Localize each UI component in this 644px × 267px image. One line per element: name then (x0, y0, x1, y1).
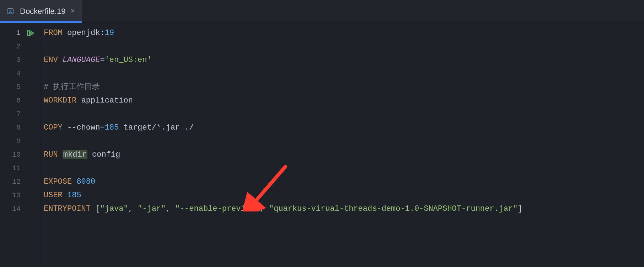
line-number-gutter: 1 2 3 4 5 6 7 8 9 10 11 12 13 14 (0, 23, 26, 267)
code-line[interactable] (40, 162, 644, 175)
code-line[interactable]: COPY --chown=185 target/*.jar ./ (40, 121, 644, 135)
line-number[interactable]: 9 (0, 135, 26, 148)
docker-file-icon: D (7, 7, 15, 15)
line-number[interactable]: 3 (0, 53, 26, 67)
line-number[interactable]: 13 (0, 189, 26, 202)
line-number[interactable]: 5 (0, 80, 26, 94)
line-number[interactable]: 6 (0, 94, 26, 108)
line-number[interactable]: 12 (0, 175, 26, 189)
line-number[interactable]: 10 (0, 148, 26, 162)
line-number[interactable]: 4 (0, 67, 26, 80)
code-line[interactable]: # 执行工作目录 (40, 80, 644, 94)
tab-dockerfile[interactable]: D Dockerfile.19 × (0, 0, 82, 22)
svg-rect-2 (11, 12, 12, 13)
code-line[interactable] (40, 135, 644, 148)
line-number[interactable]: 7 (0, 108, 26, 121)
svg-text:D: D (9, 13, 11, 15)
code-line[interactable]: FROM openjdk:19 (40, 26, 644, 40)
run-gutter (26, 23, 40, 267)
code-line[interactable]: ENV LANGUAGE='en_US:en' (40, 53, 644, 67)
code-area[interactable]: FROM openjdk:19 ENV LANGUAGE='en_US:en' … (40, 23, 644, 267)
code-line[interactable]: ENTRYPOINT ["java", "-jar", "--enable-pr… (40, 202, 644, 216)
svg-rect-3 (10, 10, 11, 11)
tab-filename: Dockerfile.19 (20, 7, 65, 16)
line-number[interactable]: 11 (0, 162, 26, 175)
code-line[interactable]: EXPOSE 8080 (40, 175, 644, 189)
line-number[interactable]: 8 (0, 121, 26, 135)
run-icon[interactable] (26, 29, 34, 37)
close-icon[interactable]: × (70, 8, 75, 15)
code-line[interactable] (40, 40, 644, 53)
line-number[interactable]: 1 (0, 26, 26, 40)
code-line[interactable] (40, 108, 644, 121)
tab-bar: D Dockerfile.19 × (0, 0, 644, 23)
code-line[interactable] (40, 67, 644, 80)
editor: 1 2 3 4 5 6 7 8 9 10 11 12 13 14 FROM o (0, 23, 644, 267)
line-number[interactable]: 2 (0, 40, 26, 53)
code-line[interactable]: USER 185 (40, 189, 644, 202)
code-line[interactable]: RUN mkdir config (40, 148, 644, 162)
code-line[interactable]: WORKDIR application (40, 94, 644, 108)
line-number[interactable]: 14 (0, 202, 26, 216)
